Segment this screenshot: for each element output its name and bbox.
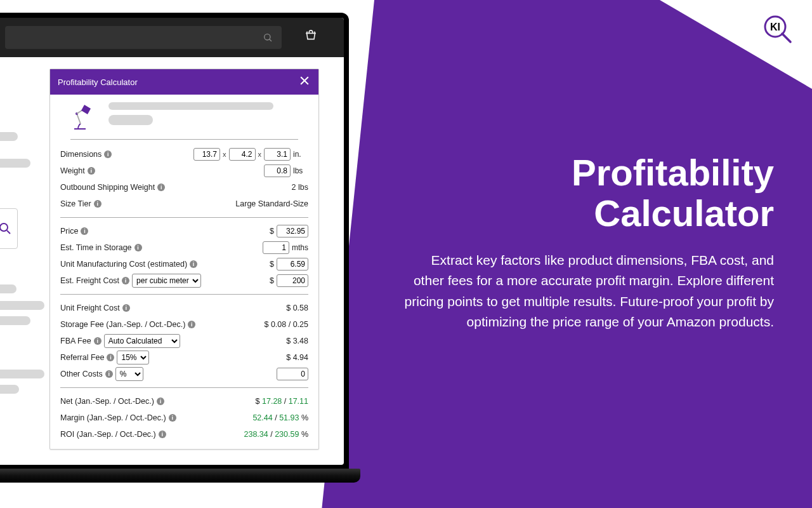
svg-line-1 <box>782 34 790 42</box>
referral-value: $ 4.94 <box>286 353 308 362</box>
sidebar-icon-card <box>0 208 18 249</box>
freight-label: Est. Freight Cost <box>60 276 119 285</box>
info-icon[interactable]: i <box>88 167 95 175</box>
margin-value: 52.44 / 51.93 % <box>252 413 308 422</box>
outbound-value: 2 lbs <box>292 183 308 192</box>
laptop-mockup: Profitability Calculator <box>0 13 355 483</box>
storage-fee-value: $ 0.08 / 0.25 <box>264 320 308 329</box>
dimensions-label: Dimensions <box>60 150 102 159</box>
weight-input[interactable] <box>264 164 291 177</box>
storage-fee-label: Storage Fee (Jan.-Sep. / Oct.-Dec.) <box>60 320 185 329</box>
unit-freight-value: $ 0.58 <box>286 304 308 312</box>
marketing-body: Extract key factors like product dimensi… <box>400 250 774 333</box>
fba-value: $ 3.48 <box>286 337 308 345</box>
dim-width-input[interactable] <box>229 148 256 161</box>
dim-height-input[interactable] <box>264 148 291 161</box>
unit-mfg-input[interactable] <box>277 258 308 271</box>
info-icon[interactable]: i <box>122 304 130 312</box>
info-icon[interactable]: i <box>81 227 88 235</box>
info-icon[interactable]: i <box>122 277 129 284</box>
unit-freight-label: Unit Freight Cost <box>60 304 120 312</box>
marketing-copy: Profitability Calculator Extract key fac… <box>400 152 774 333</box>
svg-point-7 <box>0 224 8 231</box>
roi-value: 238.34 / 230.59 % <box>244 430 308 439</box>
svg-point-3 <box>265 34 270 40</box>
net-value: $ 17.28 / 17.11 <box>256 397 308 406</box>
search-box[interactable] <box>5 26 282 49</box>
info-icon[interactable]: i <box>134 244 142 251</box>
other-select[interactable]: % <box>115 367 143 381</box>
freight-basis-select[interactable]: per cubic meter <box>132 274 201 288</box>
weight-label: Weight <box>60 166 85 175</box>
info-icon[interactable]: i <box>157 184 165 191</box>
info-icon[interactable]: i <box>94 200 102 208</box>
other-label: Other Costs <box>60 370 103 378</box>
fba-select[interactable]: Auto Calculated <box>104 334 180 348</box>
dim-length-input[interactable] <box>193 148 220 161</box>
fba-label: FBA Fee <box>60 337 91 345</box>
brand-logo: KI <box>761 13 794 46</box>
outbound-label: Outbound Shipping Weight <box>60 183 155 192</box>
info-icon[interactable]: i <box>105 370 113 378</box>
sizetier-value: Large Standard-Size <box>235 199 308 208</box>
info-icon[interactable]: i <box>107 354 114 361</box>
info-icon[interactable]: i <box>157 398 164 405</box>
price-input[interactable] <box>277 225 308 237</box>
profitability-calculator-panel: Profitability Calculator <box>49 69 319 450</box>
search-icon <box>263 32 273 43</box>
info-icon[interactable]: i <box>190 260 197 268</box>
svg-line-8 <box>7 231 10 234</box>
cart-icon[interactable] <box>303 29 318 46</box>
referral-select[interactable]: 15% <box>117 351 149 364</box>
close-icon[interactable] <box>298 74 311 90</box>
roi-label: ROI (Jan.-Sep. / Oct.-Dec.) <box>60 430 156 439</box>
freight-input[interactable] <box>277 274 308 287</box>
info-icon[interactable]: i <box>188 321 195 328</box>
magnify-icon <box>0 221 13 236</box>
storage-time-label: Est. Time in Storage <box>60 243 132 252</box>
info-icon[interactable]: i <box>94 337 102 345</box>
sizetier-label: Size Tier <box>60 199 91 208</box>
storage-time-input[interactable] <box>263 241 289 254</box>
info-icon[interactable]: i <box>104 150 112 158</box>
margin-label: Margin (Jan.-Sep. / Oct.-Dec.) <box>60 413 166 422</box>
other-input[interactable] <box>277 368 308 380</box>
calc-title: Profitability Calculator <box>58 77 138 87</box>
product-lamp-icon <box>70 102 100 131</box>
net-label: Net (Jan.-Sep. / Oct.-Dec.) <box>60 397 154 406</box>
svg-line-4 <box>270 39 272 41</box>
sidebar-placeholder-2 <box>0 284 44 394</box>
referral-label: Referral Fee <box>60 353 104 362</box>
info-icon[interactable]: i <box>169 414 176 422</box>
browser-topbar <box>0 18 344 57</box>
unit-mfg-label: Unit Manufacturing Cost (estimated) <box>60 260 187 269</box>
info-icon[interactable]: i <box>159 431 166 438</box>
marketing-title: Profitability Calculator <box>400 152 774 234</box>
price-label: Price <box>60 227 78 236</box>
svg-text:KI: KI <box>770 22 780 32</box>
